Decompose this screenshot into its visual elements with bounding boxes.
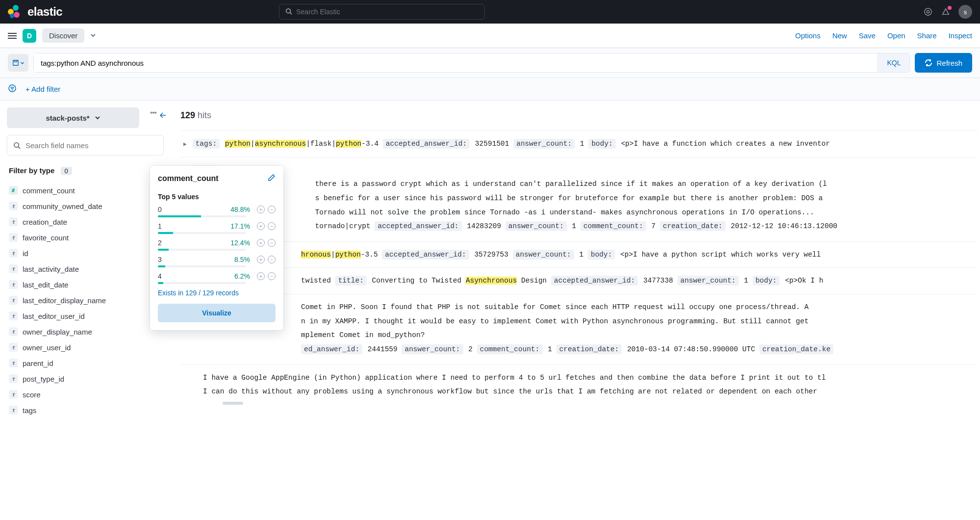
expand-caret-icon[interactable]: ▶: [183, 138, 187, 150]
field-key: answer_count:: [513, 139, 575, 149]
value-percentage: 6.2%: [234, 272, 250, 280]
field-item-last_activity_date[interactable]: tlast_activity_date+: [7, 261, 164, 277]
filter-for-icon[interactable]: +: [257, 222, 265, 230]
global-search[interactable]: [279, 4, 485, 20]
action-inspect[interactable]: Inspect: [949, 31, 972, 40]
field-item-id[interactable]: tid+: [7, 245, 164, 261]
field-item-owner_user_id[interactable]: towner_user_id+: [7, 339, 164, 355]
refresh-button[interactable]: Refresh: [915, 53, 972, 73]
filter-out-icon[interactable]: −: [268, 239, 276, 247]
filter-out-icon[interactable]: −: [268, 206, 276, 213]
visualize-button[interactable]: Visualize: [158, 304, 276, 322]
add-field-icon[interactable]: [150, 111, 157, 121]
filter-out-icon[interactable]: −: [268, 272, 276, 280]
field-key: creation_date.ke: [759, 344, 833, 354]
field-item-favorite_count[interactable]: tfavorite_count+: [7, 230, 164, 245]
text-type-icon: t: [9, 233, 18, 242]
action-save[interactable]: Save: [859, 31, 876, 40]
app-name-button[interactable]: Discover: [42, 28, 84, 43]
elastic-logo-icon[interactable]: [8, 5, 22, 19]
add-filter-button[interactable]: + Add filter: [25, 85, 60, 93]
text-type-icon: t: [9, 264, 18, 273]
field-name-label: community_owned_date: [23, 202, 102, 210]
filter-for-icon[interactable]: +: [257, 239, 265, 247]
svg-line-15: [18, 147, 20, 149]
document-row[interactable]: I have a Google AppEngine (in Python) ap…: [180, 365, 976, 412]
value-bar: [158, 282, 246, 284]
field-key: title:: [335, 276, 367, 286]
edit-icon[interactable]: [268, 174, 276, 183]
text-type-icon: t: [9, 296, 18, 305]
field-key: answer_count:: [505, 221, 567, 231]
user-avatar[interactable]: s: [958, 5, 972, 19]
chevron-down-icon: [95, 115, 101, 121]
field-name-label: owner_display_name: [23, 328, 92, 336]
action-options[interactable]: Options: [795, 31, 821, 40]
field-key: body:: [753, 276, 780, 286]
field-key: tags:: [193, 139, 220, 149]
document-content: hronous|python-3.5 accepted_answer_id: 3…: [183, 249, 976, 261]
filter-out-icon[interactable]: −: [268, 256, 276, 263]
action-new[interactable]: New: [832, 31, 847, 40]
number-type-icon: #: [9, 186, 18, 195]
field-item-last_editor_display_name[interactable]: tlast_editor_display_name+: [7, 292, 164, 308]
svg-point-2: [925, 8, 931, 15]
field-item-community_owned_date[interactable]: tcommunity_owned_date+: [7, 198, 164, 214]
filter-by-type-toggle[interactable]: Filter by type 0: [7, 161, 164, 180]
hits-count: 129: [180, 110, 195, 120]
field-key: accepted_answer_id:: [375, 221, 461, 231]
action-open[interactable]: Open: [887, 31, 905, 40]
newsfeed-icon[interactable]: [941, 7, 951, 17]
search-fields[interactable]: [7, 135, 164, 156]
field-item-creation_date[interactable]: tcreation_date+: [7, 214, 164, 230]
notification-dot-icon: [948, 6, 952, 10]
svg-line-1: [290, 12, 292, 14]
query-input-wrap: KQL: [33, 53, 910, 73]
document-content: Comet in PHP. Soon I found that PHP is n…: [183, 301, 976, 358]
value-percentage: 8.5%: [234, 256, 250, 263]
query-language-switcher[interactable]: KQL: [878, 53, 909, 72]
filter-for-icon[interactable]: +: [257, 256, 265, 263]
collapse-sidebar-icon[interactable]: [159, 111, 167, 121]
document-row[interactable]: Comet in PHP. Soon I found that PHP is n…: [180, 294, 976, 365]
filter-for-icon[interactable]: +: [257, 272, 265, 280]
saved-query-button[interactable]: [8, 54, 28, 72]
field-item-last_edit_date[interactable]: tlast_edit_date+: [7, 277, 164, 292]
filter-for-icon[interactable]: +: [257, 206, 265, 213]
field-item-tags[interactable]: ttags+: [7, 402, 164, 418]
field-item-last_editor_user_id[interactable]: tlast_editor_user_id+: [7, 308, 164, 324]
field-stats-popover: comment_count Top 5 values 048.8%+−117.1…: [150, 166, 283, 330]
popover-title: comment_count: [158, 174, 219, 183]
document-row[interactable]: twisted title: Converting to Twisted Asy…: [180, 268, 976, 294]
filter-settings-icon[interactable]: [8, 84, 17, 94]
chevron-down-icon[interactable]: [90, 32, 96, 40]
field-key: comment_count:: [580, 221, 646, 231]
index-pattern-selector[interactable]: stack-posts*: [7, 107, 139, 128]
field-name-label: id: [23, 249, 28, 258]
field-name-label: last_editor_display_name: [23, 296, 106, 305]
document-row[interactable]: ▶ body: there is a password crypt which …: [180, 157, 976, 242]
horizontal-scrollbar-icon[interactable]: [223, 402, 243, 405]
text-type-icon: t: [9, 280, 18, 289]
value-bar: [158, 232, 246, 234]
query-input[interactable]: [34, 53, 878, 72]
global-search-input[interactable]: [296, 8, 478, 16]
action-share[interactable]: Share: [917, 31, 937, 40]
field-item-owner_display_name[interactable]: towner_display_name+: [7, 324, 164, 339]
nav-toggle-icon[interactable]: [8, 33, 17, 39]
field-item-comment_count[interactable]: #comment_count+: [7, 182, 164, 198]
svg-point-11: [153, 112, 154, 113]
document-row[interactable]: ▶ tags: python|asynchronous|flask|python…: [180, 131, 976, 157]
search-fields-input[interactable]: [25, 141, 157, 150]
app-badge[interactable]: D: [23, 29, 36, 43]
hits-list[interactable]: ▶ tags: python|asynchronous|flask|python…: [180, 130, 978, 520]
filter-out-icon[interactable]: −: [268, 222, 276, 230]
field-item-post_type_id[interactable]: tpost_type_id+: [7, 371, 164, 387]
field-name-label: last_activity_date: [23, 265, 79, 273]
header-right: s: [923, 5, 972, 19]
field-item-score[interactable]: tscore+: [7, 387, 164, 402]
field-item-parent_id[interactable]: tparent_id+: [7, 355, 164, 371]
exists-in-records-link[interactable]: Exists in 129 / 129 records: [158, 289, 276, 297]
document-row[interactable]: hronous|python-3.5 accepted_answer_id: 3…: [180, 242, 976, 268]
help-icon[interactable]: [923, 7, 933, 17]
